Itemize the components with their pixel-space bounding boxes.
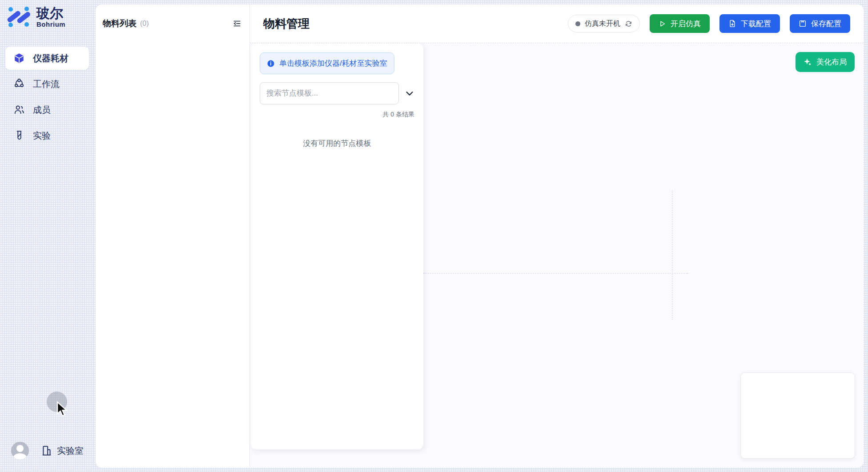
page-header: 物料管理 仿真未开机 开启仿真 (250, 4, 864, 43)
status-dot-icon (575, 21, 580, 26)
lab-label: 实验室 (57, 445, 84, 457)
members-icon (13, 104, 25, 116)
mouse-cursor (56, 401, 69, 419)
template-hint-text: 单击模板添加仪器/耗材至实验室 (279, 58, 387, 68)
sidebar-item-experiments[interactable]: 实验 (5, 124, 89, 147)
save-config-button[interactable]: 保存配置 (790, 14, 850, 33)
page-title: 物料管理 (263, 16, 309, 32)
sidebar-item-label: 工作流 (33, 78, 60, 90)
canvas-guide-line-horizontal (423, 273, 688, 274)
download-config-button[interactable]: 下载配置 (719, 14, 780, 33)
sidebar-item-members[interactable]: 成员 (5, 98, 89, 121)
canvas-minimap[interactable] (740, 372, 855, 459)
building-icon (41, 445, 52, 456)
sidebar-item-label: 实验 (33, 130, 51, 142)
sidebar-item-instruments[interactable]: 仪器耗材 (5, 47, 89, 70)
chevron-down-icon[interactable] (405, 88, 414, 98)
workflow-icon (13, 78, 25, 90)
template-search-input[interactable] (260, 82, 399, 104)
sidebar-item-label: 仪器耗材 (33, 52, 68, 64)
cube-icon (13, 52, 25, 64)
save-icon (799, 20, 807, 28)
main-card: 物料列表 (0) 物料管理 仿真未开机 (96, 4, 864, 468)
beautify-layout-button[interactable]: 美化布局 (796, 52, 855, 72)
lab-switcher[interactable]: 实验室 (41, 445, 84, 457)
refresh-icon[interactable] (625, 20, 632, 28)
material-list-title: 物料列表 (103, 18, 137, 29)
file-download-icon (728, 20, 736, 28)
node-template-panel: 单击模板添加仪器/耗材至实验室 共 0 条结果 没有可用的节点模板 (251, 44, 423, 449)
material-list-count: (0) (140, 20, 149, 28)
sidebar-item-workflow[interactable]: 工作流 (5, 72, 89, 96)
flow-canvas[interactable]: 单击模板添加仪器/耗材至实验室 共 0 条结果 没有可用的节点模板 (250, 43, 864, 468)
canvas-guide-line-vertical (672, 191, 673, 320)
bohrium-logo-icon (7, 5, 30, 28)
template-hint-banner: 单击模板添加仪器/耗材至实验室 (260, 52, 394, 74)
sidebar-nav: 仪器耗材 工作流 成员 (5, 47, 89, 147)
start-simulation-button[interactable]: 开启仿真 (650, 14, 710, 33)
info-icon (267, 60, 275, 68)
simulation-status-pill[interactable]: 仿真未开机 (568, 15, 640, 32)
empty-templates-message: 没有可用的节点模板 (260, 138, 414, 148)
results-count: 共 0 条结果 (260, 111, 414, 119)
sparkles-icon (804, 58, 812, 66)
simulation-status-text: 仿真未开机 (585, 19, 620, 28)
material-list-panel: 物料列表 (0) (96, 4, 250, 468)
sidebar-item-label: 成员 (33, 104, 51, 116)
collapse-list-icon[interactable] (232, 18, 242, 29)
brand-logo: 玻尔 Bohrium (7, 5, 65, 28)
play-icon (659, 20, 666, 28)
user-avatar[interactable] (11, 442, 29, 460)
brand-name-en: Bohrium (36, 20, 65, 28)
test-tube-icon (13, 130, 25, 141)
brand-name-cn: 玻尔 (36, 6, 65, 20)
